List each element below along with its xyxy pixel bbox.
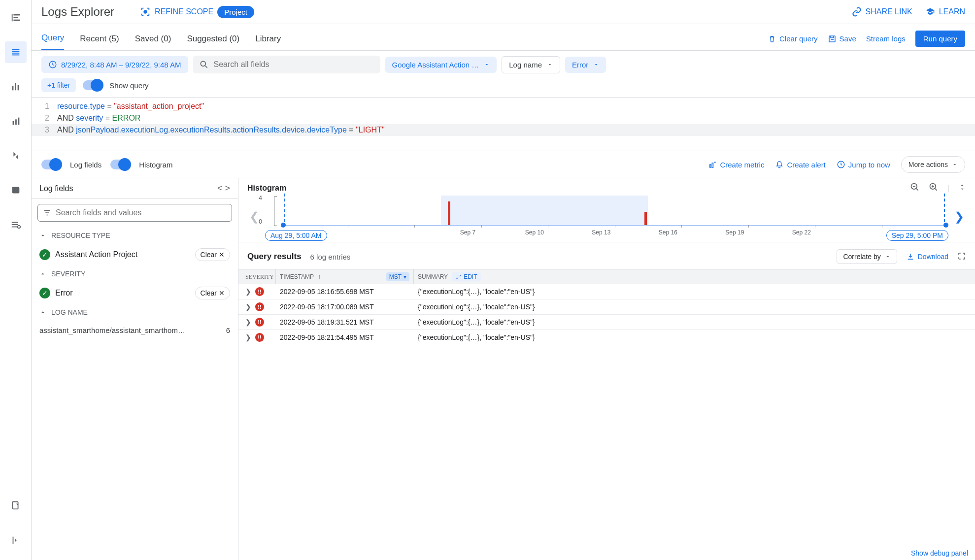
expand-row-icon[interactable]: ❯ [245, 333, 251, 341]
rail-dashboard-icon[interactable] [5, 76, 27, 98]
svg-rect-4 [12, 49, 19, 50]
log-fields-resize-icon[interactable]: < > [217, 183, 230, 194]
log-fields-search-input[interactable] [56, 208, 227, 217]
fullscreen-icon[interactable] [957, 252, 966, 262]
edit-summary-button[interactable]: EDIT [452, 272, 481, 281]
log-fields-search[interactable] [37, 204, 232, 222]
histogram-toggle[interactable] [110, 160, 130, 169]
jump-to-now-button[interactable]: Jump to now [837, 160, 890, 169]
add-filter-chip[interactable]: +1 filter [41, 78, 76, 92]
search-input[interactable] [214, 60, 374, 69]
table-row[interactable]: ❯!!2022-09-05 18:16:55.698 MST{"executio… [238, 284, 975, 299]
col-summary[interactable]: SUMMARY EDIT [414, 269, 972, 284]
svg-rect-5 [12, 51, 19, 52]
query-tabs: Query Recent (5) Saved (0) Suggested (0)… [32, 24, 975, 51]
show-debug-panel-link[interactable]: Show debug panel [909, 548, 970, 558]
zoom-in-icon[interactable] [929, 182, 939, 194]
results-table: SEVERITY TIMESTAMP ↑ MST ▾ SUMMARY EDIT [238, 269, 975, 345]
refine-scope-button[interactable]: REFINE SCOPE Project [140, 6, 254, 18]
create-metric-button[interactable]: Create metric [708, 160, 764, 169]
histogram-end-pill[interactable]: Sep 29, 5:00 PM [886, 230, 948, 241]
query-editor[interactable]: 1resource.type = "assistant_action_proje… [32, 97, 975, 151]
tab-library[interactable]: Library [255, 28, 281, 50]
save-button[interactable]: Save [828, 34, 856, 43]
histogram-next-icon[interactable]: ❯ [952, 210, 966, 224]
query-filter-bar: 8/29/22, 8:48 AM – 9/29/22, 9:48 AM Goog… [32, 51, 975, 78]
tab-query[interactable]: Query [41, 27, 64, 50]
group-log-name[interactable]: LOG NAME [32, 303, 238, 321]
scope-chip[interactable]: Project [217, 6, 254, 18]
more-actions-button[interactable]: More actions [901, 156, 965, 173]
expand-row-icon[interactable]: ❯ [245, 318, 251, 326]
correlate-dropdown[interactable]: Correlate by [837, 249, 897, 264]
rail-expand-icon[interactable] [5, 529, 27, 551]
results-header: Query results 6 log entries Correlate by… [238, 242, 975, 269]
resource-dropdown[interactable]: Google Assistant Action … [385, 57, 497, 73]
view-toolbar: Log fields Histogram Create metric Creat… [32, 151, 975, 178]
svg-rect-14 [12, 187, 19, 194]
rail-logo-icon[interactable] [5, 7, 27, 29]
zoom-out-icon[interactable] [910, 182, 920, 194]
download-button[interactable]: Download [906, 252, 948, 261]
field-item-assistant[interactable]: ✓ Assistant Action Project Clear ✕ [32, 244, 238, 265]
clear-resource-button[interactable]: Clear ✕ [195, 248, 230, 261]
tab-suggested[interactable]: Suggested (0) [187, 28, 239, 50]
check-icon: ✓ [39, 249, 50, 260]
svg-rect-7 [12, 55, 19, 56]
timezone-chip[interactable]: MST ▾ [386, 272, 409, 281]
rail-logs-icon[interactable] [5, 41, 27, 63]
table-row[interactable]: ❯!!2022-09-05 18:17:00.089 MST{"executio… [238, 299, 975, 315]
histogram-start-pill[interactable]: Aug 29, 5:00 AM [265, 230, 327, 241]
expand-row-icon[interactable]: ❯ [245, 303, 251, 311]
field-item-logname[interactable]: assistant_smarthome/assistant_smarthom… … [32, 321, 238, 339]
svg-rect-26 [712, 163, 713, 167]
svg-rect-17 [11, 227, 18, 228]
svg-rect-13 [18, 118, 19, 125]
rail-storage-icon[interactable] [5, 179, 27, 201]
log-fields-panel: Log fields < > RESOURCE TYPE ✓ Assistant… [32, 178, 238, 560]
rail-pin-icon[interactable] [5, 495, 27, 517]
svg-rect-6 [12, 53, 19, 54]
search-all-fields[interactable] [193, 56, 380, 73]
show-query-toggle[interactable] [83, 80, 102, 90]
error-severity-icon: !! [255, 287, 264, 296]
run-query-button[interactable]: Run query [915, 31, 965, 47]
learn-button[interactable]: LEARN [925, 7, 965, 17]
error-severity-icon: !! [255, 318, 264, 327]
svg-rect-25 [710, 165, 711, 167]
svg-point-18 [17, 226, 20, 229]
clear-query-button[interactable]: Clear query [768, 34, 818, 43]
rail-metrics-icon[interactable] [5, 110, 27, 132]
col-severity[interactable]: SEVERITY [241, 269, 276, 284]
log-fields-toggle[interactable] [41, 160, 61, 169]
clear-severity-button[interactable]: Clear ✕ [195, 287, 230, 299]
table-row[interactable]: ❯!!2022-09-05 18:19:31.521 MST{"executio… [238, 315, 975, 330]
expand-row-icon[interactable]: ❯ [245, 288, 251, 296]
table-row[interactable]: ❯!!2022-09-05 18:21:54.495 MST{"executio… [238, 330, 975, 345]
rail-analysis-icon[interactable] [5, 214, 27, 235]
svg-rect-20 [12, 537, 13, 544]
page-title: Logs Explorer [41, 5, 114, 19]
tab-saved[interactable]: Saved (0) [135, 28, 171, 50]
severity-dropdown[interactable]: Error [565, 57, 606, 73]
svg-rect-22 [829, 36, 835, 42]
tab-recent[interactable]: Recent (5) [80, 28, 119, 50]
svg-point-21 [144, 10, 147, 13]
col-timestamp[interactable]: TIMESTAMP ↑ MST ▾ [276, 269, 414, 284]
create-alert-button[interactable]: Create alert [775, 160, 825, 169]
histogram-expand-icon[interactable] [958, 182, 966, 194]
group-severity[interactable]: SEVERITY [32, 265, 238, 283]
logname-dropdown[interactable]: Log name [502, 56, 560, 73]
histogram-title: Histogram [247, 184, 286, 193]
svg-rect-9 [15, 83, 16, 91]
rail-router-icon[interactable] [5, 145, 27, 166]
histogram-chart[interactable]: 4 0 [265, 195, 948, 239]
sort-asc-icon: ↑ [318, 273, 321, 280]
stream-logs-button[interactable]: Stream logs [866, 34, 906, 43]
svg-rect-10 [17, 85, 19, 90]
share-link-button[interactable]: SHARE LINK [852, 7, 912, 17]
time-range-chip[interactable]: 8/29/22, 8:48 AM – 9/29/22, 9:48 AM [41, 56, 188, 73]
field-item-error[interactable]: ✓ Error Clear ✕ [32, 283, 238, 303]
group-resource-type[interactable]: RESOURCE TYPE [32, 227, 238, 244]
svg-point-24 [201, 61, 205, 66]
